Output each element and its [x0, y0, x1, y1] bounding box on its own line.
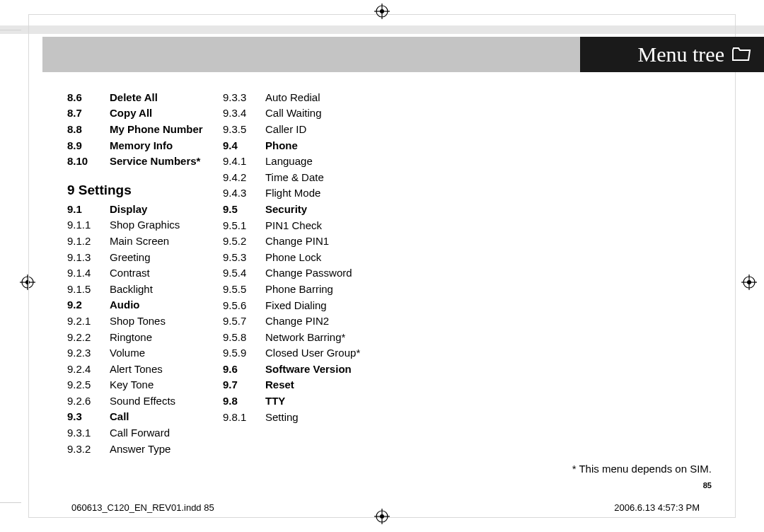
menu-label: Phone Lock	[265, 252, 407, 262]
menu-row: 9.3.2Answer Type	[67, 441, 223, 457]
menu-row: 9.2.5Key Tone	[67, 377, 223, 393]
menu-label: Change PIN1	[265, 236, 407, 246]
menu-label: Shop Graphics	[110, 219, 223, 230]
svg-point-15	[380, 514, 384, 519]
menu-label: TTY	[265, 395, 407, 406]
menu-row: 9.1Display	[67, 201, 223, 217]
menu-row: 9.5.3Phone Lock	[223, 249, 407, 265]
menu-label: Software Version	[265, 364, 407, 374]
menu-label: Auto Redial	[265, 92, 407, 103]
menu-row: 9.5.9Closed User Group*	[223, 345, 407, 362]
content-columns: 8.6Delete All8.7Copy All8.8My Phone Numb…	[67, 89, 683, 456]
menu-number: 9.5.6	[223, 300, 265, 311]
menu-row: 9.6Software Version	[223, 361, 407, 377]
menu-row: 9.8TTY	[223, 393, 407, 409]
menu-label: Main Screen	[110, 236, 223, 246]
menu-label: Setting	[265, 412, 407, 422]
menu-row: 9.3.4Call Waiting	[223, 105, 407, 122]
menu-label: Memory Info	[110, 140, 223, 151]
menu-number: 9.4.2	[223, 172, 265, 183]
menu-row: 9.4.1Language	[223, 153, 407, 169]
menu-label: Alert Tones	[110, 364, 223, 374]
menu-row: 8.8My Phone Number	[67, 121, 223, 137]
menu-row: 9.5.7Change PIN2	[223, 313, 407, 329]
menu-label: Reset	[265, 379, 407, 390]
menu-row: 9.8.1Setting	[223, 409, 407, 425]
menu-label: Key Tone	[110, 379, 223, 390]
page-number: 85	[703, 481, 712, 490]
menu-row: 9.3.1Call Forward	[67, 424, 223, 441]
page-title: Menu tree	[638, 42, 724, 66]
menu-row: 9.2.1Shop Tones	[67, 313, 223, 329]
menu-label: Ringtone	[110, 332, 223, 342]
menu-label: Closed User Group*	[265, 347, 407, 358]
menu-row: 9.5.5Phone Barring	[223, 281, 407, 297]
menu-row: 9.4Phone	[223, 137, 407, 154]
registration-mark-bottom-icon	[374, 509, 390, 528]
header-band: Menu tree	[42, 37, 764, 72]
menu-number: 9.6	[223, 364, 265, 374]
menu-label: Shop Tones	[110, 316, 223, 326]
menu-label: Change PIN2	[265, 316, 407, 326]
menu-row: 8.6Delete All	[67, 89, 223, 105]
column-1: 8.6Delete All8.7Copy All8.8My Phone Numb…	[67, 89, 223, 456]
menu-number: 9.8	[223, 395, 265, 406]
svg-point-7	[747, 280, 751, 284]
menu-label: Copy All	[110, 108, 223, 118]
menu-label: Display	[110, 204, 223, 214]
menu-number: 9.3	[67, 411, 110, 422]
menu-number: 9.5	[223, 204, 265, 214]
menu-row: 9.1.4Contrast	[67, 265, 223, 281]
menu-row: 9.2.3Volume	[67, 345, 223, 361]
menu-number: 9.2.5	[67, 379, 110, 390]
menu-number: 9.5.1	[223, 220, 265, 231]
menu-label: Caller ID	[265, 124, 407, 134]
menu-row: 9.5Security	[223, 201, 407, 217]
menu-number: 9.7	[223, 379, 265, 390]
folder-icon	[731, 42, 751, 66]
menu-row: 9.3Call	[67, 409, 223, 425]
menu-number: 9.5.8	[223, 332, 265, 342]
menu-row: 9.3.3Auto Redial	[223, 89, 407, 105]
menu-row: 8.9Memory Info	[67, 137, 223, 154]
menu-label: Backlight	[110, 284, 223, 294]
header-title-block: Menu tree	[580, 37, 764, 72]
menu-number: 9.3.5	[223, 124, 265, 134]
menu-number: 9.1	[67, 204, 110, 214]
menu-label: Language	[265, 156, 407, 166]
menu-label: Delete All	[110, 92, 223, 103]
header-gray-strip	[42, 37, 580, 72]
menu-label: Service Numbers*	[110, 156, 223, 166]
footer-timestamp: 2006.6.13 4:57:3 PM	[614, 502, 700, 513]
menu-row: 9.5.2Change PIN1	[223, 233, 407, 249]
menu-row: 9.1.2Main Screen	[67, 233, 223, 249]
menu-label: Greeting	[110, 252, 223, 262]
registration-mark-right-icon	[741, 274, 757, 294]
menu-number: 9.1.3	[67, 252, 110, 262]
menu-row: 8.7Copy All	[67, 105, 223, 122]
menu-number: 9.5.5	[223, 284, 265, 294]
menu-number: 9.5.3	[223, 252, 265, 262]
menu-row: 8.10Service Numbers*	[67, 153, 223, 169]
menu-number: 8.10	[67, 156, 110, 166]
menu-row: 9.3.5Caller ID	[223, 121, 407, 137]
menu-number: 8.8	[67, 124, 110, 134]
menu-row: 9.2.2Ringtone	[67, 329, 223, 345]
menu-number: 9.2.1	[67, 316, 110, 326]
menu-row: 9.1.3Greeting	[67, 249, 223, 265]
menu-row: 9.5.8Network Barring*	[223, 329, 407, 345]
menu-number: 9.1.2	[67, 236, 110, 246]
crop-tick	[0, 502, 21, 503]
menu-row: 9.5.1PIN1 Check	[223, 217, 407, 233]
menu-row: 9.1.5Backlight	[67, 281, 223, 297]
menu-row: 9.5.4Change Password	[223, 265, 407, 282]
menu-number: 9.1.5	[67, 284, 110, 294]
menu-label: Answer Type	[110, 444, 223, 454]
menu-label: Phone	[265, 140, 407, 151]
menu-row: 9.1.1Shop Graphics	[67, 217, 223, 233]
menu-row: 9.2.4Alert Tones	[67, 361, 223, 377]
footer-filename: 060613_C120_EN_REV01.indd 85	[71, 502, 214, 513]
menu-label: Audio	[110, 299, 223, 310]
menu-label: Call	[110, 411, 223, 422]
menu-number: 9.8.1	[223, 412, 265, 422]
